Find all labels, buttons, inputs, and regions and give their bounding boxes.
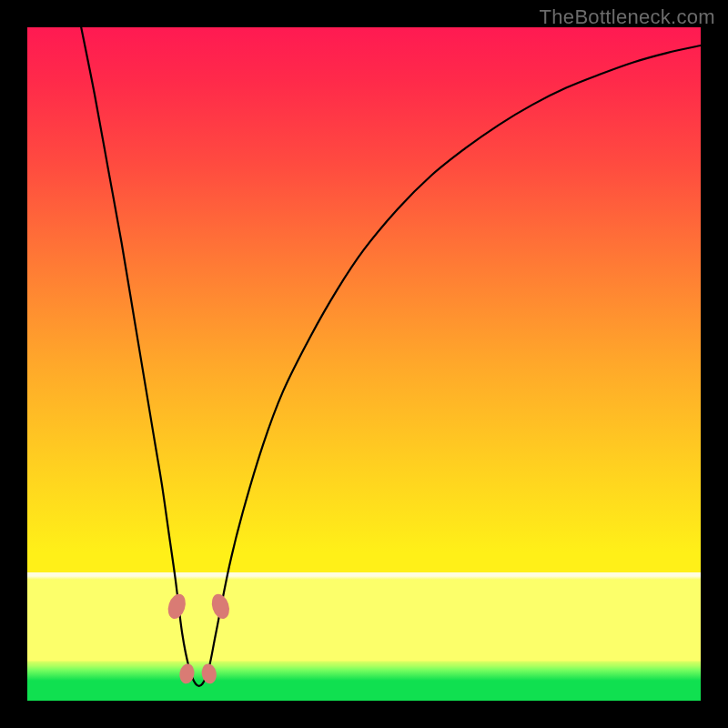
data-marker [208, 592, 232, 621]
bottleneck-curve-chart [27, 27, 701, 701]
watermark-text: TheBottleneck.com [540, 5, 715, 29]
data-point-markers [165, 592, 232, 684]
chart-frame [27, 27, 701, 701]
data-marker [165, 592, 188, 621]
performance-curve [81, 27, 701, 686]
